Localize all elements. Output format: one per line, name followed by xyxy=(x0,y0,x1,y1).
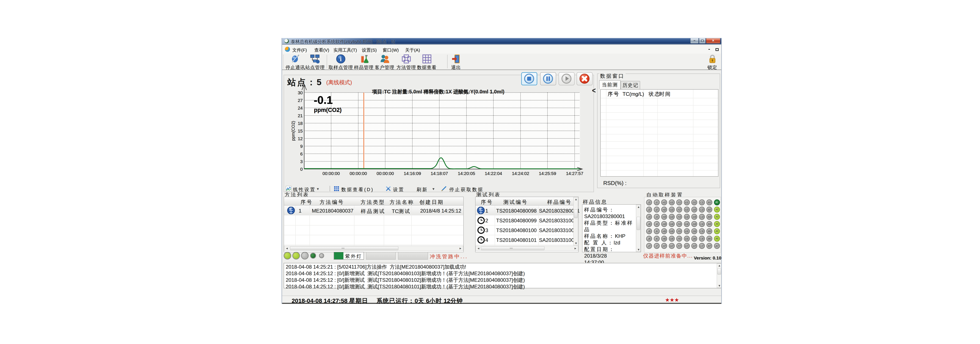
svg-text:ppm(CO2): ppm(CO2) xyxy=(291,121,296,141)
svg-text:3: 3 xyxy=(300,159,303,164)
svg-text:12: 12 xyxy=(298,136,303,141)
svg-text:14:27:57: 14:27:57 xyxy=(566,171,583,176)
svg-text:15: 15 xyxy=(298,128,303,133)
svg-text:6: 6 xyxy=(300,151,303,156)
svg-text:i: i xyxy=(340,55,342,62)
svg-text:ppm(CO2): ppm(CO2) xyxy=(314,107,342,113)
svg-text:21: 21 xyxy=(298,113,303,118)
svg-text:14:25:59: 14:25:59 xyxy=(539,171,556,176)
svg-text:00:00:00: 00:00:00 xyxy=(323,171,340,176)
svg-text:9: 9 xyxy=(300,144,303,149)
svg-text:项目:TC 注射量:5.0ml 稀释倍数:1X 进酸氨:Y: 项目:TC 注射量:5.0ml 稀释倍数:1X 进酸氨:Y(0.0ml 1.0m… xyxy=(372,89,504,94)
svg-text:序号: 序号 xyxy=(608,91,620,97)
svg-text:14:22:04: 14:22:04 xyxy=(485,171,502,176)
svg-text:14:16:09: 14:16:09 xyxy=(404,171,421,176)
svg-text:-0.1: -0.1 xyxy=(314,94,333,106)
svg-text:27: 27 xyxy=(298,98,303,103)
svg-text:状态: 状态 xyxy=(649,91,660,97)
svg-text:14:20:05: 14:20:05 xyxy=(458,171,475,176)
svg-text:14:24:02: 14:24:02 xyxy=(512,171,529,176)
svg-text:TC(mg/L): TC(mg/L) xyxy=(622,91,644,97)
svg-text:00:00:00: 00:00:00 xyxy=(377,171,394,176)
svg-text:24: 24 xyxy=(298,106,303,110)
svg-text:14:18:07: 14:18:07 xyxy=(431,171,448,176)
svg-text:18: 18 xyxy=(298,121,303,126)
svg-text:0: 0 xyxy=(300,167,303,171)
svg-text:时间: 时间 xyxy=(659,91,671,97)
svg-text:30: 30 xyxy=(298,90,303,95)
svg-text:00:00:00: 00:00:00 xyxy=(350,171,367,176)
